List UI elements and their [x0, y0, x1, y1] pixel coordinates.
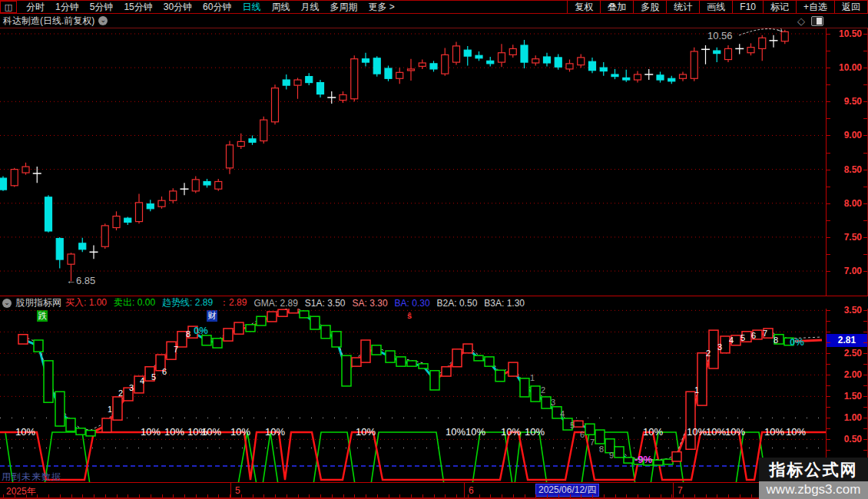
chevron-down-icon[interactable]: ⌄ — [2, 299, 12, 308]
axis-tick — [827, 34, 830, 35]
axis-tick — [827, 439, 830, 440]
period-item[interactable]: 分时 — [26, 1, 45, 14]
action-item[interactable]: 标记 — [763, 1, 796, 13]
date-tick — [626, 494, 627, 497]
axis-tick — [863, 385, 867, 386]
step-number-label: 6 — [580, 430, 585, 439]
trend-step-box — [474, 355, 483, 361]
layout-icon[interactable]: ◫ — [0, 1, 17, 13]
date-tick — [60, 494, 61, 497]
axis-tick — [827, 237, 830, 238]
axis-tick — [863, 170, 867, 170]
candle — [11, 168, 18, 187]
axis-tick — [827, 203, 830, 204]
axis-tick — [863, 84, 867, 85]
crosshair-date-badge: 2025/06/12/四 — [535, 484, 599, 497]
indicator-header: ⌄ 股朋指标网 买入: 1.00卖出: 0.00趋势线: 2.89：2.89GM… — [0, 296, 868, 309]
step-number-label: 2 — [118, 388, 123, 398]
percent-label: 10% — [15, 426, 35, 438]
indicator-source[interactable]: 股朋指标网 — [12, 296, 61, 309]
candle — [124, 216, 131, 225]
candle — [781, 30, 788, 45]
date-tick — [479, 494, 480, 497]
period-item[interactable]: 5分钟 — [90, 1, 114, 14]
date-tick — [638, 494, 638, 497]
candle — [45, 195, 52, 233]
date-label: 2025年 — [6, 485, 36, 498]
candle — [113, 211, 120, 230]
trend-step-box — [463, 344, 472, 353]
date-tick — [740, 494, 740, 497]
date-tick — [263, 494, 264, 497]
kline-pane[interactable]: 10.56←6.85 跌 财 ŝ — [0, 28, 827, 296]
date-tick — [230, 494, 230, 497]
trend-step-box — [310, 316, 320, 329]
date-tick — [751, 494, 752, 497]
axis-tick — [863, 332, 867, 332]
date-tick — [468, 494, 469, 497]
period-item[interactable]: 30分钟 — [164, 1, 192, 14]
date-tick — [399, 494, 400, 497]
diamond-icon[interactable]: ◇ — [797, 15, 805, 27]
period-item[interactable]: 60分钟 — [203, 1, 231, 14]
percent-label: 10% — [356, 426, 376, 438]
period-item[interactable]: 1分钟 — [55, 1, 79, 14]
axis-tick — [827, 364, 830, 365]
date-tick — [3, 494, 4, 497]
candle — [408, 59, 415, 81]
candle — [56, 237, 63, 269]
period-menu: 分时1分钟5分钟15分钟30分钟60分钟日线周线月线多周期更多 > — [17, 1, 395, 14]
value-tick-label: 2.00 — [827, 369, 862, 380]
price-tick-label: 9.50 — [827, 96, 862, 107]
candle — [158, 197, 165, 209]
date-tick — [117, 494, 118, 497]
action-item[interactable]: 统计 — [666, 1, 699, 13]
trend-step-box — [531, 386, 540, 402]
date-tick — [683, 494, 684, 497]
candle — [735, 44, 744, 54]
date-tick — [502, 494, 502, 497]
trend-step-box — [372, 345, 381, 355]
candle — [340, 91, 346, 103]
axis-tick — [863, 153, 867, 154]
candle — [272, 84, 279, 124]
candle — [419, 60, 426, 69]
period-item[interactable]: 月线 — [300, 1, 319, 14]
candle — [566, 60, 573, 72]
period-item[interactable]: 周线 — [271, 1, 290, 14]
candle — [714, 48, 721, 62]
app-window: ◫ 分时1分钟5分钟15分钟30分钟60分钟日线周线月线多周期更多 > 复权叠加… — [0, 0, 868, 499]
step-number-label: 1 — [108, 405, 112, 414]
action-item[interactable]: 叠加 — [600, 1, 633, 13]
date-tick — [535, 494, 536, 497]
trend-step-box — [202, 335, 211, 345]
window-icon[interactable] — [811, 16, 823, 26]
indicator-pane[interactable]: 10%10%10%10%10%10%10%10%10%10%10%10%10%1… — [0, 309, 827, 482]
candle — [555, 54, 562, 69]
period-item[interactable]: 日线 — [242, 1, 260, 14]
period-item[interactable]: 15分钟 — [124, 1, 152, 14]
axis-tick — [827, 153, 830, 154]
period-item[interactable]: 更多 > — [368, 1, 394, 14]
action-item[interactable]: F10 — [732, 1, 763, 13]
action-item[interactable]: 画线 — [699, 1, 732, 13]
chevron-down-icon[interactable]: ⌄ — [98, 16, 108, 25]
percent-label: 10% — [201, 426, 221, 438]
period-item[interactable]: 多周期 — [330, 1, 357, 14]
candle — [644, 69, 653, 80]
action-item[interactable]: 返回 — [834, 1, 868, 13]
candle — [589, 58, 596, 73]
candle — [532, 55, 539, 65]
candle — [181, 183, 189, 195]
percent-label: 10% — [643, 426, 663, 438]
date-tick — [581, 494, 581, 497]
step-number-label: 4 — [729, 335, 734, 345]
date-tick — [241, 494, 242, 497]
action-item[interactable]: 多股 — [633, 1, 666, 13]
axis-tick — [827, 450, 830, 451]
date-tick — [37, 494, 38, 497]
date-tick — [105, 494, 106, 497]
action-item[interactable]: 复权 — [567, 1, 600, 13]
action-item[interactable]: +自选 — [796, 1, 834, 13]
trend-step-box — [342, 355, 351, 386]
